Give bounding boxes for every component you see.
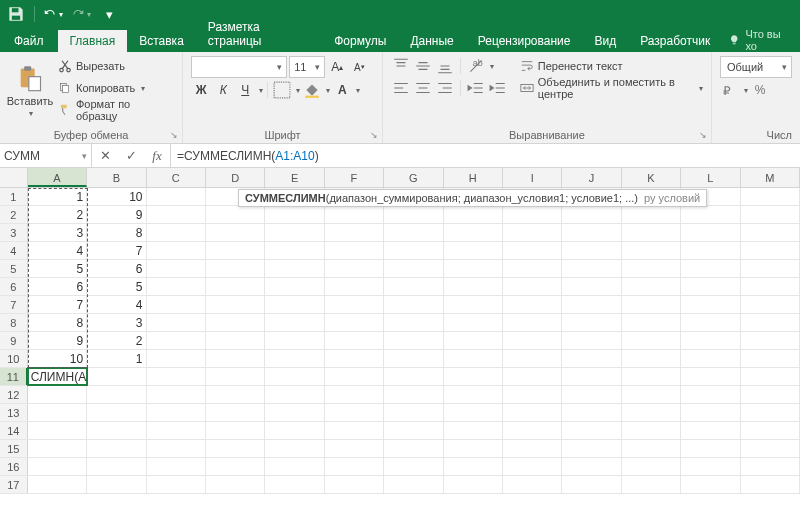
cell[interactable] bbox=[265, 278, 324, 295]
tab-главная[interactable]: Главная bbox=[58, 30, 128, 52]
spreadsheet-grid[interactable]: ABCDEFGHIJKLM 11102293384475566657748839… bbox=[0, 168, 800, 518]
row-header[interactable]: 5 bbox=[0, 260, 28, 277]
cell[interactable] bbox=[503, 224, 562, 241]
cell[interactable] bbox=[681, 368, 740, 385]
cell[interactable] bbox=[681, 242, 740, 259]
cell[interactable] bbox=[384, 350, 443, 367]
cell[interactable]: 5 bbox=[28, 260, 87, 277]
cell[interactable] bbox=[562, 314, 621, 331]
cell[interactable] bbox=[622, 476, 681, 493]
cell[interactable] bbox=[444, 350, 503, 367]
cell[interactable] bbox=[87, 440, 146, 457]
cell[interactable]: СЛИМН(A bbox=[28, 368, 87, 385]
cell[interactable] bbox=[325, 224, 384, 241]
tab-формулы[interactable]: Формулы bbox=[322, 30, 398, 52]
row-header[interactable]: 10 bbox=[0, 350, 28, 367]
cell[interactable] bbox=[265, 242, 324, 259]
cell[interactable] bbox=[384, 260, 443, 277]
accounting-format-icon[interactable]: ₽ bbox=[720, 80, 740, 100]
cell[interactable] bbox=[503, 404, 562, 421]
cell[interactable] bbox=[444, 242, 503, 259]
cell[interactable] bbox=[384, 422, 443, 439]
cell[interactable] bbox=[384, 314, 443, 331]
cell[interactable] bbox=[147, 368, 206, 385]
cell[interactable] bbox=[681, 332, 740, 349]
tab-вид[interactable]: Вид bbox=[582, 30, 628, 52]
cell[interactable] bbox=[147, 458, 206, 475]
cell[interactable] bbox=[562, 278, 621, 295]
cell[interactable] bbox=[384, 224, 443, 241]
cell[interactable] bbox=[206, 458, 265, 475]
clipboard-launcher-icon[interactable]: ↘ bbox=[168, 129, 180, 141]
cell[interactable] bbox=[741, 296, 800, 313]
cell[interactable] bbox=[741, 422, 800, 439]
cell[interactable] bbox=[562, 404, 621, 421]
cell[interactable] bbox=[503, 242, 562, 259]
cell[interactable] bbox=[87, 422, 146, 439]
cell[interactable] bbox=[741, 350, 800, 367]
borders-button[interactable] bbox=[272, 80, 292, 100]
decrease-font-icon[interactable]: A▾ bbox=[349, 57, 369, 77]
cell[interactable] bbox=[741, 224, 800, 241]
cell[interactable] bbox=[741, 404, 800, 421]
cell[interactable] bbox=[444, 368, 503, 385]
cell[interactable] bbox=[622, 350, 681, 367]
cell[interactable] bbox=[265, 224, 324, 241]
row-header[interactable]: 6 bbox=[0, 278, 28, 295]
cell[interactable] bbox=[503, 458, 562, 475]
column-header[interactable]: L bbox=[681, 168, 740, 187]
cell[interactable] bbox=[147, 332, 206, 349]
cell[interactable] bbox=[206, 296, 265, 313]
cell[interactable] bbox=[325, 386, 384, 403]
increase-font-icon[interactable]: A▴ bbox=[327, 57, 347, 77]
cell[interactable] bbox=[265, 314, 324, 331]
column-header[interactable]: E bbox=[265, 168, 324, 187]
cell[interactable] bbox=[741, 332, 800, 349]
cell[interactable] bbox=[206, 350, 265, 367]
cell[interactable] bbox=[741, 368, 800, 385]
cell[interactable] bbox=[87, 386, 146, 403]
cell[interactable] bbox=[147, 206, 206, 223]
cell[interactable]: 9 bbox=[28, 332, 87, 349]
cell[interactable] bbox=[741, 242, 800, 259]
cell[interactable] bbox=[741, 188, 800, 205]
cell[interactable] bbox=[325, 260, 384, 277]
cell[interactable] bbox=[265, 440, 324, 457]
cell[interactable] bbox=[622, 332, 681, 349]
cell[interactable] bbox=[325, 422, 384, 439]
cell[interactable] bbox=[681, 422, 740, 439]
cell[interactable] bbox=[562, 260, 621, 277]
cell[interactable] bbox=[444, 458, 503, 475]
decrease-indent-icon[interactable] bbox=[466, 78, 486, 98]
cell[interactable] bbox=[147, 404, 206, 421]
underline-button[interactable]: Ч bbox=[235, 80, 255, 100]
cell[interactable] bbox=[741, 314, 800, 331]
row-header[interactable]: 12 bbox=[0, 386, 28, 403]
cell[interactable] bbox=[206, 206, 265, 223]
cell[interactable] bbox=[87, 404, 146, 421]
row-header[interactable]: 17 bbox=[0, 476, 28, 493]
font-size-select[interactable]: 11 bbox=[289, 56, 325, 78]
cell[interactable] bbox=[681, 404, 740, 421]
cell[interactable] bbox=[147, 386, 206, 403]
cell[interactable] bbox=[28, 476, 87, 493]
cell[interactable] bbox=[325, 206, 384, 223]
cell[interactable] bbox=[147, 224, 206, 241]
cell[interactable] bbox=[681, 386, 740, 403]
cell[interactable] bbox=[562, 224, 621, 241]
cell[interactable] bbox=[206, 440, 265, 457]
cell[interactable] bbox=[444, 206, 503, 223]
cell[interactable] bbox=[87, 458, 146, 475]
row-header[interactable]: 14 bbox=[0, 422, 28, 439]
cell[interactable] bbox=[622, 386, 681, 403]
qat-customize-icon[interactable]: ▾ bbox=[99, 4, 119, 24]
cell[interactable]: 10 bbox=[87, 188, 146, 205]
cell[interactable]: 4 bbox=[28, 242, 87, 259]
format-painter-button[interactable]: Формат по образцу bbox=[58, 100, 174, 120]
cell[interactable] bbox=[562, 368, 621, 385]
cell[interactable] bbox=[325, 458, 384, 475]
cell[interactable] bbox=[562, 296, 621, 313]
cell[interactable] bbox=[384, 458, 443, 475]
cell[interactable]: 2 bbox=[28, 206, 87, 223]
cell[interactable] bbox=[562, 350, 621, 367]
